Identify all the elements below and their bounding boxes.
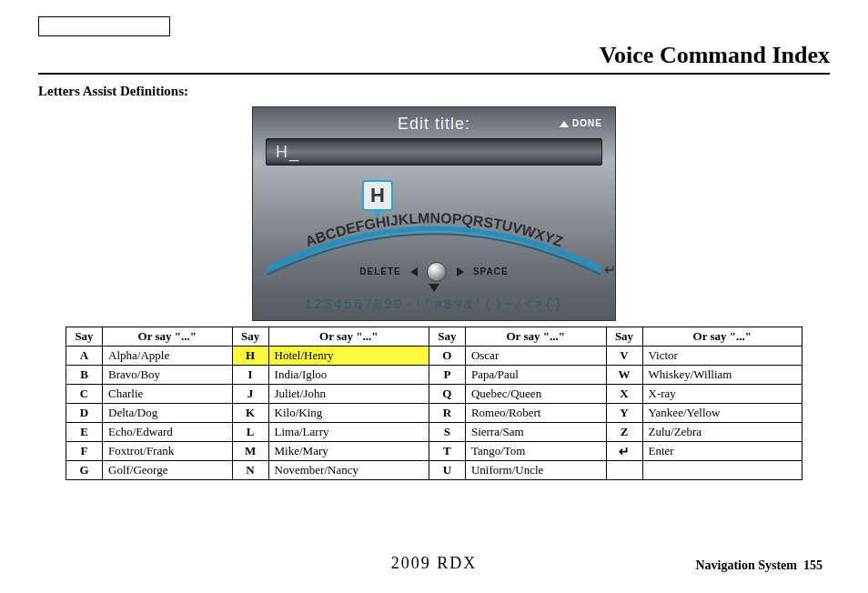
- say-cell: [606, 461, 642, 480]
- triangle-up-icon: [560, 121, 569, 127]
- or-say-cell: Papa/Paul: [465, 366, 606, 385]
- page-title: Voice Command Index: [600, 42, 830, 68]
- or-say-cell: Oscar: [465, 347, 606, 366]
- table-header: Say: [66, 327, 103, 347]
- delete-button[interactable]: DELETE: [359, 266, 400, 276]
- or-say-cell: Whiskey/William: [642, 366, 802, 385]
- or-say-cell: Yankee/Yellow: [642, 404, 802, 423]
- table-header: Or say "...": [642, 327, 802, 347]
- or-say-cell: Quebec/Queen: [465, 385, 606, 404]
- or-say-cell: November/Nancy: [268, 461, 429, 480]
- say-cell: H: [232, 347, 268, 366]
- or-say-cell: Romeo/Robert: [465, 404, 606, 423]
- table-header: Say: [232, 327, 268, 347]
- say-cell: Q: [429, 385, 465, 404]
- or-say-cell: Sierra/Sam: [465, 423, 606, 442]
- device-control-row: DELETE SPACE: [253, 262, 615, 282]
- space-button[interactable]: SPACE: [473, 266, 509, 276]
- say-cell: E: [66, 423, 103, 442]
- say-cell: R: [429, 404, 465, 423]
- footer-page-label: Navigation System 155: [695, 558, 823, 573]
- table-row: GGolf/GeorgeNNovember/NancyUUniform/Uncl…: [66, 461, 802, 480]
- or-say-cell: Kilo/King: [268, 404, 429, 423]
- say-cell: K: [232, 404, 268, 423]
- or-say-cell: Enter: [642, 442, 802, 461]
- triangle-left-icon: [410, 267, 418, 276]
- say-cell: Z: [606, 423, 642, 442]
- say-cell: V: [606, 347, 642, 366]
- say-cell: Y: [606, 404, 642, 423]
- triangle-right-icon: [457, 267, 464, 276]
- say-cell: D: [66, 404, 103, 423]
- table-header: Say: [429, 327, 465, 347]
- or-say-cell: Foxtrot/Frank: [103, 442, 233, 461]
- or-say-cell: Hotel/Henry: [268, 347, 429, 366]
- nav-device-screenshot: Edit title: DONE H_ H ABCDEFGHIJKLMNOPQR…: [252, 106, 616, 321]
- say-cell: N: [232, 461, 268, 480]
- or-say-cell: Echo/Edward: [103, 423, 233, 442]
- device-done-button[interactable]: DONE: [560, 118, 602, 128]
- table-header: Or say "...": [103, 327, 233, 347]
- or-say-cell: Victor: [642, 347, 802, 366]
- say-cell: L: [232, 423, 268, 442]
- say-cell: U: [429, 461, 465, 480]
- say-cell: S: [429, 423, 465, 442]
- or-say-cell: Juliet/John: [268, 385, 429, 404]
- blank-header-box: [38, 16, 170, 36]
- phonetic-table: SayOr say "..."SayOr say "..."SayOr say …: [66, 327, 802, 480]
- device-symbol-row[interactable]: 1234567890-!"#$%&'()~/<>{}: [253, 297, 615, 313]
- say-cell: X: [606, 385, 642, 404]
- say-cell: J: [232, 385, 268, 404]
- table-row: FFoxtrot/FrankMMike/MaryTTango/Tom↵Enter: [66, 442, 802, 461]
- triangle-down-icon: [429, 284, 439, 292]
- say-cell: A: [66, 347, 103, 366]
- or-say-cell: Alpha/Apple: [103, 347, 233, 366]
- say-cell: P: [429, 366, 465, 385]
- rotary-knob-icon[interactable]: [427, 262, 447, 282]
- table-row: CCharlieJJuliet/JohnQQuebec/QueenXX-ray: [66, 385, 802, 404]
- say-cell: M: [232, 442, 268, 461]
- table-row: AAlpha/AppleHHotel/HenryOOscarVVictor: [66, 347, 802, 366]
- or-say-cell: Bravo/Boy: [103, 366, 233, 385]
- or-say-cell: [642, 461, 802, 480]
- table-header: Say: [606, 327, 642, 347]
- section-subtitle: Letters Assist Definitions:: [38, 84, 830, 99]
- say-cell: I: [232, 366, 268, 385]
- say-cell: B: [66, 366, 103, 385]
- or-say-cell: X-ray: [642, 385, 802, 404]
- say-cell: F: [66, 442, 103, 461]
- say-cell: C: [66, 385, 103, 404]
- or-say-cell: Charlie: [103, 385, 233, 404]
- say-cell: T: [429, 442, 465, 461]
- table-row: BBravo/BoyIIndia/IglooPPapa/PaulWWhiskey…: [66, 366, 802, 385]
- or-say-cell: Tango/Tom: [465, 442, 606, 461]
- selected-key-bubble[interactable]: H: [362, 180, 393, 211]
- say-cell: ↵: [606, 442, 642, 461]
- say-cell: G: [66, 461, 103, 480]
- page-footer: 2009 RDX Navigation System 155: [0, 554, 868, 573]
- or-say-cell: Mike/Mary: [268, 442, 429, 461]
- table-header: Or say "...": [268, 327, 429, 347]
- or-say-cell: India/Igloo: [268, 366, 429, 385]
- title-row: Voice Command Index: [38, 42, 830, 75]
- or-say-cell: Delta/Dog: [103, 404, 233, 423]
- or-say-cell: Uniform/Uncle: [465, 461, 606, 480]
- table-row: DDelta/DogKKilo/KingRRomeo/RobertYYankee…: [66, 404, 802, 423]
- or-say-cell: Lima/Larry: [268, 423, 429, 442]
- table-header: Or say "...": [465, 327, 606, 347]
- or-say-cell: Golf/George: [103, 461, 233, 480]
- say-cell: O: [429, 347, 465, 366]
- or-say-cell: Zulu/Zebra: [642, 423, 802, 442]
- table-row: EEcho/EdwardLLima/LarrySSierra/SamZZulu/…: [66, 423, 802, 442]
- device-text-input[interactable]: H_: [266, 138, 602, 166]
- say-cell: W: [606, 366, 642, 385]
